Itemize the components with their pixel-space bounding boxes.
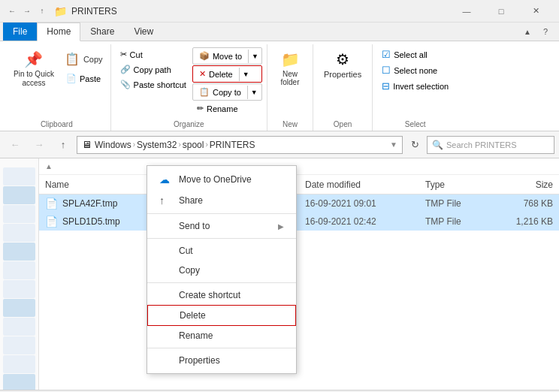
copy-icon: 📋: [65, 52, 80, 66]
file-row-1[interactable]: 📄 SPLD1D5.tmp 16-09-2021 02:42 TMP File …: [39, 213, 559, 231]
file-size-0: 768 KB: [493, 198, 553, 209]
ctx-copy[interactable]: Copy: [147, 261, 296, 280]
paste-shortcut-button[interactable]: 📎 Paste shortcut: [116, 77, 191, 92]
title-up-icon[interactable]: ↑: [36, 5, 48, 17]
file-date-0: 16-09-2021 09:01: [305, 198, 425, 209]
properties-button[interactable]: ⚙ Properties: [318, 47, 367, 82]
ctx-properties[interactable]: Properties: [147, 351, 296, 370]
open-buttons: ⚙ Properties: [318, 44, 367, 119]
cut-button[interactable]: ✂ Cut: [116, 47, 191, 62]
back-button[interactable]: ←: [5, 134, 26, 155]
invert-selection-icon: ⊟: [382, 80, 390, 92]
organize-small-group: ✂ Cut 🔗 Copy path 📎 Paste shortcut: [116, 47, 191, 92]
breadcrumb-spool[interactable]: spool: [183, 140, 204, 150]
rename-ribbon-button[interactable]: ✏ Rename: [192, 101, 262, 116]
sidebar-nav-item-5: [3, 243, 35, 261]
tab-share[interactable]: Share: [80, 23, 124, 41]
sort-arrow: ▲: [45, 162, 53, 170]
delete-ribbon-arrow[interactable]: ▼: [239, 68, 252, 81]
breadcrumb-system32[interactable]: System32: [137, 140, 177, 150]
ctx-share-label: Share: [179, 195, 203, 206]
ctx-send-to-label: Send to: [179, 221, 210, 231]
ctx-rename-label: Rename: [179, 330, 213, 341]
file-header: Name Date modified Type Size: [39, 175, 559, 194]
paste-button[interactable]: 📄 Paste: [62, 71, 106, 86]
refresh-button[interactable]: ↻: [406, 136, 424, 154]
new-buttons: 📁 Newfolder: [272, 44, 308, 119]
sidebar-nav: [0, 164, 38, 390]
address-windows-icon: 🖥: [82, 139, 92, 150]
pin-to-quick-access-button[interactable]: 📌 Pin to Quickaccess: [8, 47, 60, 91]
window-controls: — □ ✕: [449, 0, 553, 23]
header-type[interactable]: Type: [425, 179, 493, 190]
minimize-button[interactable]: —: [449, 0, 484, 23]
new-folder-button[interactable]: 📁 Newfolder: [272, 47, 308, 89]
ribbon-group-clipboard: 📌 Pin to Quickaccess 📋 Copy 📄 Paste Clip…: [3, 44, 111, 131]
clipboard-label: Clipboard: [41, 119, 73, 131]
organize-dropdown-group: 📦 Move to ▼ ✕ Delete ▼ 📋 Copy to: [192, 47, 262, 116]
copy-to-button[interactable]: 📋 Copy to ▼: [192, 83, 262, 101]
ctx-create-shortcut-label: Create shortcut: [179, 290, 240, 300]
paste-label: Paste: [80, 74, 101, 83]
move-to-button[interactable]: 📦 Move to ▼: [192, 47, 262, 65]
ctx-share[interactable]: ↑ Share: [147, 190, 296, 211]
copy-to-arrow[interactable]: ▼: [247, 86, 261, 99]
onedrive-icon: ☁: [159, 173, 173, 185]
close-button[interactable]: ✕: [518, 0, 553, 23]
ctx-properties-label: Properties: [179, 355, 220, 366]
paste-shortcut-label: Paste shortcut: [134, 80, 186, 89]
ctx-cut-label: Cut: [179, 246, 193, 256]
up-button[interactable]: ↑: [53, 134, 74, 155]
sidebar-nav-item-4: [3, 224, 35, 242]
ctx-send-to[interactable]: Send to ▶: [147, 216, 296, 236]
tab-home[interactable]: Home: [37, 23, 80, 41]
ctx-delete[interactable]: Delete: [147, 305, 296, 326]
ribbon-help-button[interactable]: ?: [538, 24, 553, 39]
header-size[interactable]: Size: [493, 179, 553, 190]
file-size-1: 1,216 KB: [493, 216, 553, 227]
ctx-cut[interactable]: Cut: [147, 241, 296, 261]
ctx-create-shortcut[interactable]: Create shortcut: [147, 285, 296, 305]
cut-icon: ✂: [120, 50, 127, 59]
select-group: ☑ Select all ☐ Select none ⊟ Invert sele…: [377, 47, 453, 93]
select-none-button[interactable]: ☐ Select none: [377, 63, 453, 77]
select-all-button[interactable]: ☑ Select all: [377, 47, 453, 62]
sidebar-nav-item-9: [3, 318, 35, 336]
delete-ribbon-label: Delete: [209, 70, 233, 79]
breadcrumb: Windows › System32 › spool › PRINTERS: [95, 140, 255, 150]
move-to-arrow[interactable]: ▼: [248, 50, 261, 63]
ctx-rename[interactable]: Rename: [147, 326, 296, 345]
delete-ribbon-button[interactable]: ✕ Delete ▼: [192, 65, 262, 83]
title-forward-icon[interactable]: →: [21, 5, 33, 17]
ctx-separator-3: [147, 282, 296, 283]
address-bar[interactable]: 🖥 Windows › System32 › spool › PRINTERS …: [77, 136, 403, 154]
move-to-label: Move to: [213, 52, 242, 61]
title-back-icon[interactable]: ←: [6, 5, 18, 17]
search-placeholder: Search PRINTERS: [446, 140, 517, 149]
copy-button[interactable]: 📋 Copy: [62, 47, 106, 71]
breadcrumb-printers[interactable]: PRINTERS: [210, 140, 255, 150]
file-row-0[interactable]: 📄 SPLA42F.tmp 16-09-2021 09:01 TMP File …: [39, 194, 559, 213]
share-icon: ↑: [159, 194, 173, 207]
sidebar-nav-item-6: [3, 261, 35, 279]
ctx-separator-1: [147, 213, 296, 214]
address-dropdown-icon[interactable]: ▼: [390, 140, 397, 149]
tab-view[interactable]: View: [124, 23, 163, 41]
ctx-separator-2: [147, 238, 296, 239]
forward-button[interactable]: →: [29, 134, 50, 155]
move-to-icon: 📦: [199, 51, 210, 61]
copy-path-button[interactable]: 🔗 Copy path: [116, 62, 191, 77]
ribbon-collapse-button[interactable]: ▲: [520, 24, 535, 39]
copy-path-label: Copy path: [134, 65, 171, 74]
ctx-move-to-onedrive[interactable]: ☁ Move to OneDrive: [147, 169, 296, 190]
breadcrumb-windows[interactable]: Windows: [95, 140, 131, 150]
title-folder-icon: 📁: [54, 5, 67, 17]
search-bar[interactable]: 🔍 Search PRINTERS: [427, 136, 554, 154]
tab-file[interactable]: File: [3, 23, 37, 41]
copy-to-icon: 📋: [199, 87, 210, 97]
invert-selection-button[interactable]: ⊟ Invert selection: [377, 79, 453, 93]
select-buttons: ☑ Select all ☐ Select none ⊟ Invert sele…: [377, 44, 453, 119]
maximize-button[interactable]: □: [484, 0, 518, 23]
header-date[interactable]: Date modified: [305, 179, 425, 190]
organize-buttons: ✂ Cut 🔗 Copy path 📎 Paste shortcut 📦 Mov…: [116, 44, 262, 119]
